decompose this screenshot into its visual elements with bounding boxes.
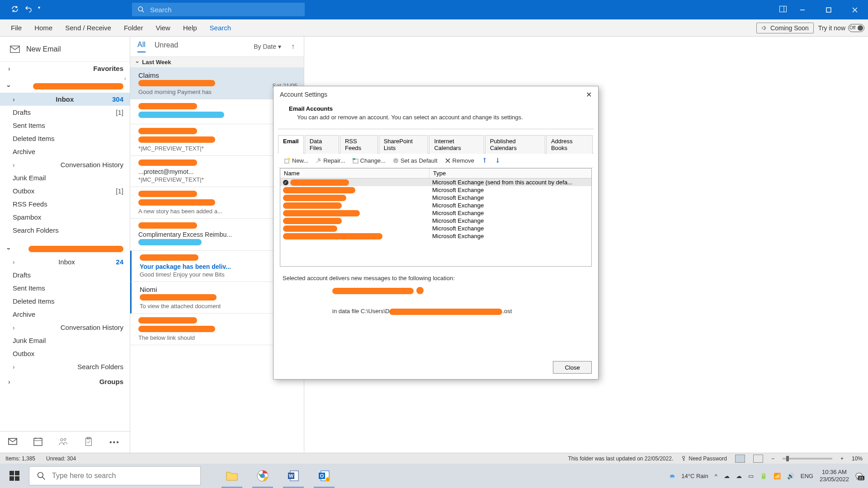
account-move-up-button[interactable]: 🠕 [481, 157, 487, 164]
folder-item[interactable]: Sent Items [0, 119, 130, 132]
ribbon-tab-help[interactable]: Help [177, 19, 203, 37]
ribbon-tab-search[interactable]: Search [203, 19, 238, 37]
view-reading-icon[interactable] [753, 455, 763, 463]
close-window-button[interactable] [842, 0, 868, 19]
dialog-close-button-footer[interactable]: Close [553, 361, 592, 374]
start-button[interactable] [0, 464, 29, 488]
mail-module-icon[interactable] [8, 437, 17, 448]
taskbar-app-word[interactable]: W [280, 464, 307, 488]
account-new-button[interactable]: New... [284, 157, 308, 164]
sort-dropdown[interactable]: By Date ▾ [254, 43, 281, 50]
account-row[interactable]: Microsoft Exchange [280, 217, 591, 225]
people-module-icon[interactable] [59, 437, 68, 448]
folder-item[interactable]: Archive [0, 308, 130, 321]
toggle-switch[interactable]: Off [848, 24, 864, 32]
account-row[interactable]: Microsoft Exchange [280, 225, 591, 232]
undo-icon[interactable] [24, 5, 33, 15]
need-password-button[interactable]: Need Password [681, 455, 727, 462]
taskbar-app-outlook[interactable]: O! [311, 464, 337, 488]
sync-icon[interactable] [11, 5, 19, 15]
folder-item[interactable]: Search Folders [0, 224, 130, 237]
groups-header[interactable]: Groups [0, 373, 130, 388]
folder-item[interactable]: Inbox304 [0, 93, 130, 106]
coming-soon-button[interactable]: Coming Soon [756, 23, 814, 33]
account-repair-button[interactable]: Repair... [316, 157, 345, 164]
dialog-tab[interactable]: Address Books [546, 135, 593, 154]
folder-item[interactable]: Drafts [0, 268, 130, 282]
zoom-minus[interactable]: − [771, 455, 774, 462]
account-change-button[interactable]: Change... [353, 157, 386, 164]
account-header-1[interactable]: › [0, 75, 130, 93]
folder-item[interactable]: Archive [0, 145, 130, 158]
try-it-now-toggle[interactable]: Try it now Off [818, 24, 864, 32]
col-header-name[interactable]: Name [280, 169, 429, 178]
account-row[interactable]: Microsoft Exchange [280, 209, 591, 217]
tray-chevron-icon[interactable]: ^ [715, 473, 717, 479]
folder-item[interactable]: Conversation History [0, 321, 130, 334]
tray-notifications-icon[interactable]: 💬21 [855, 473, 863, 479]
taskbar-search[interactable]: Type here to search [29, 466, 201, 485]
qat-dropdown-icon[interactable]: ▾ [38, 5, 40, 15]
ribbon-tab-sendreceive[interactable]: Send / Receive [59, 19, 118, 37]
view-normal-icon[interactable] [735, 455, 745, 463]
ribbon-tab-folder[interactable]: Folder [118, 19, 150, 37]
weather-text[interactable]: 14°C Rain [681, 473, 708, 479]
more-modules-icon[interactable]: ••• [109, 438, 120, 446]
col-header-type[interactable]: Type [429, 169, 591, 178]
new-email-button[interactable]: New Email [0, 37, 130, 62]
sort-order-icon[interactable]: ↑ [291, 42, 295, 51]
folder-item[interactable]: Drafts[1] [0, 106, 130, 119]
ribbon-tab-file[interactable]: File [5, 19, 28, 37]
dialog-tab[interactable]: Email [278, 135, 304, 154]
date-group-header[interactable]: ›Last Week [130, 56, 304, 68]
search-box[interactable]: Search [132, 3, 305, 16]
account-row[interactable]: Microsoft Exchange [280, 186, 591, 194]
ribbon-tab-view[interactable]: View [149, 19, 176, 37]
panel-icon[interactable] [779, 6, 787, 14]
tray-meet-icon[interactable]: ▭ [748, 473, 754, 479]
favorites-header[interactable]: Favorites [0, 62, 130, 75]
folder-item[interactable]: Sent Items [0, 282, 130, 295]
taskbar-app-file-explorer[interactable] [219, 464, 245, 488]
ribbon-tab-home[interactable]: Home [28, 19, 59, 37]
calendar-module-icon[interactable] [33, 437, 42, 448]
filter-tab-unread[interactable]: Unread [155, 41, 178, 52]
dialog-tab[interactable]: Published Calendars [485, 135, 545, 154]
folder-item[interactable]: Junk Email [0, 334, 130, 347]
account-row[interactable]: Microsoft Exchange [280, 194, 591, 202]
folder-item[interactable]: Outbox[1] [0, 184, 130, 197]
dialog-tab[interactable]: SharePoint Lists [379, 135, 429, 154]
tray-lang[interactable]: ENG [801, 473, 813, 479]
maximize-button[interactable] [816, 0, 842, 19]
account-row[interactable]: Microsoft Exchange [280, 202, 591, 209]
account-remove-button[interactable]: Remove [445, 157, 474, 164]
folder-item[interactable]: RSS Feeds [0, 197, 130, 211]
folder-item[interactable]: Outbox [0, 347, 130, 360]
tray-clock[interactable]: 10:36 AM 23/05/2022 [820, 469, 849, 483]
dialog-tab[interactable]: Internet Calendars [429, 135, 484, 154]
tray-volume-icon[interactable]: 🔊 [787, 473, 794, 479]
dialog-tab[interactable]: RSS Feeds [340, 135, 378, 154]
folder-item[interactable]: Conversation History [0, 158, 130, 171]
tasks-module-icon[interactable] [84, 437, 93, 448]
tray-battery-icon[interactable]: 🔋 [760, 473, 767, 479]
folder-item[interactable]: Junk Email [0, 171, 130, 184]
folder-item[interactable]: Deleted Items [0, 132, 130, 145]
filter-tab-all[interactable]: All [137, 41, 146, 52]
zoom-slider[interactable] [783, 458, 832, 460]
account-move-down-button[interactable]: 🠗 [495, 157, 500, 164]
folder-item[interactable]: Search Folders [0, 360, 130, 373]
account-row[interactable]: ✓Microsoft Exchange (send from this acco… [280, 178, 591, 186]
collapse-nav-icon[interactable]: ‹ [124, 75, 126, 82]
tray-wifi-icon[interactable]: 📶 [774, 473, 781, 479]
dialog-close-button[interactable]: ✕ [586, 90, 592, 99]
minimize-button[interactable] [789, 0, 816, 19]
tray-onedrive2-icon[interactable]: ☁ [736, 473, 742, 479]
account-set-default-button[interactable]: Set as Default [393, 157, 438, 164]
folder-item[interactable]: Inbox24 [0, 255, 130, 268]
zoom-plus[interactable]: + [840, 455, 844, 462]
folder-item[interactable]: Spambox [0, 211, 130, 224]
account-row[interactable]: Microsoft Exchange [280, 232, 591, 240]
dialog-tab[interactable]: Data Files [305, 135, 339, 154]
folder-item[interactable]: Deleted Items [0, 295, 130, 308]
